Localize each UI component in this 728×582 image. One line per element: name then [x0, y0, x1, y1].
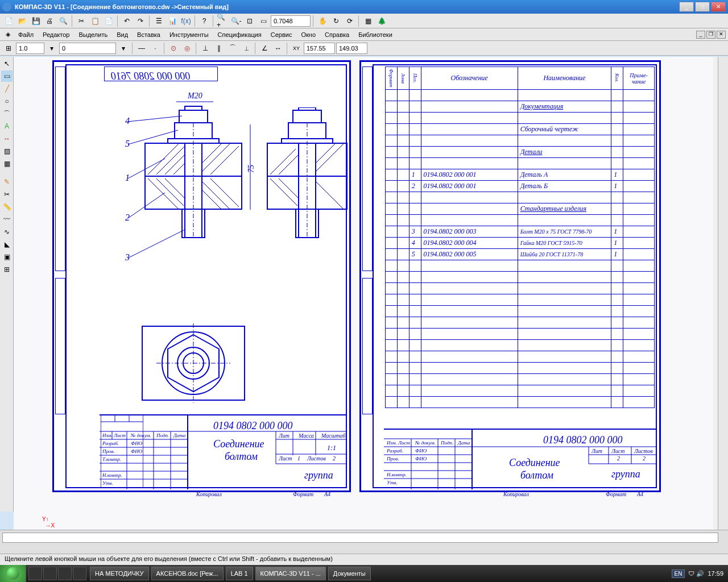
menu-help[interactable]: Справка — [320, 30, 354, 39]
tree-button[interactable]: 🌲 — [375, 15, 388, 27]
menu-spec[interactable]: Спецификация — [213, 30, 266, 39]
prop-button[interactable]: ☰ — [152, 15, 165, 27]
point-button[interactable]: · — [149, 42, 162, 55]
task-1[interactable]: НА МЕТОДИЧКУ — [90, 567, 149, 580]
cut-button[interactable]: ✂ — [75, 15, 88, 27]
vertical-scrollbar[interactable] — [718, 57, 728, 531]
vars-button[interactable]: 📊 — [166, 15, 179, 27]
zoom-input[interactable] — [271, 15, 311, 27]
open-button[interactable]: 📂 — [16, 15, 28, 27]
zoom-window-button[interactable]: ▭ — [257, 15, 270, 27]
mdi-restore[interactable]: ❐ — [706, 31, 715, 39]
undo-button[interactable]: ↶ — [121, 15, 133, 27]
rotate-button[interactable]: ↻ — [330, 15, 342, 27]
ortho-button[interactable]: ⊥ — [199, 42, 212, 55]
lang-indicator[interactable]: EN — [672, 569, 685, 578]
canvas-area[interactable]: 000 000 2080 7610 — [14, 57, 718, 531]
redo-button[interactable]: ↷ — [134, 15, 147, 27]
array-tool[interactable]: ⊞ — [1, 264, 13, 275]
svg-line-46 — [316, 181, 343, 209]
window-title: КОМПАС-3D V11 - [Соединение болтомготово… — [15, 3, 679, 10]
grid-snap-button[interactable]: ⊞ — [2, 42, 15, 55]
scale-input[interactable] — [16, 43, 44, 54]
mdi-minimize[interactable]: _ — [696, 31, 705, 39]
circle-tool[interactable]: ○ — [1, 95, 13, 107]
layer-input[interactable] — [59, 43, 116, 54]
measure-tool[interactable]: 📏 — [1, 201, 13, 213]
tray-icons[interactable]: 🛡 🔊 — [688, 570, 704, 577]
ql-4[interactable] — [73, 567, 86, 580]
menu-insert[interactable]: Вставка — [133, 30, 165, 39]
menu-tools[interactable]: Инструменты — [165, 30, 213, 39]
mdi-close[interactable]: ✕ — [717, 31, 726, 39]
menu-libs[interactable]: Библиотеки — [354, 30, 397, 39]
menu-editor[interactable]: Редактор — [38, 30, 74, 39]
ql-3[interactable] — [58, 567, 72, 580]
copy-button[interactable]: 📋 — [89, 15, 101, 27]
save-button[interactable]: 💾 — [30, 15, 42, 27]
zoom-fit-button[interactable]: ⊡ — [243, 15, 256, 27]
start-button[interactable] — [0, 565, 26, 582]
line-type-button[interactable]: — — [135, 42, 148, 55]
paste-button[interactable]: 📄 — [102, 15, 115, 27]
task-2[interactable]: АКСЕНОВ.doc [Реж... — [151, 567, 224, 580]
layers-button[interactable]: ▦ — [362, 15, 374, 27]
zoom-in-button[interactable]: 🔍+ — [216, 15, 229, 27]
status-text: Щелкните левой кнопкой мыши на объекте д… — [5, 555, 333, 562]
menu-service[interactable]: Сервис — [266, 30, 297, 39]
zoom-out-button[interactable]: 🔍- — [230, 15, 242, 27]
angle-button[interactable]: ∠ — [258, 42, 271, 55]
refresh-button[interactable]: ⟳ — [344, 15, 356, 27]
preview-button[interactable]: 🔍 — [57, 15, 69, 27]
hatch-tool[interactable]: ▨ — [1, 146, 13, 157]
menu-view[interactable]: Вид — [112, 30, 133, 39]
close-button[interactable]: ✕ — [711, 2, 726, 12]
ql-1[interactable] — [28, 567, 42, 580]
help-button[interactable]: ? — [198, 15, 210, 27]
ql-2[interactable] — [43, 567, 57, 580]
arrow-tool[interactable]: ↖ — [1, 58, 13, 69]
arc-tool[interactable]: ⌒ — [1, 108, 13, 119]
callout-5: 5 — [125, 139, 130, 149]
parallel-button[interactable]: ∥ — [213, 42, 225, 55]
tangent-button[interactable]: ⌒ — [226, 42, 239, 55]
axis-indicator: Y↑ →X — [42, 516, 55, 529]
clock[interactable]: 17:59 — [708, 570, 723, 577]
th-note: Приме- чание — [623, 67, 655, 90]
dim-tool[interactable]: ↔ — [1, 133, 13, 144]
menu-select[interactable]: Выделить — [74, 30, 112, 39]
sysmenu-icon[interactable]: ◈ — [2, 30, 14, 40]
coord-y-input[interactable] — [336, 43, 367, 54]
snap-mid-button[interactable]: ◎ — [181, 42, 193, 55]
dropdown-2[interactable]: ▾ — [117, 42, 130, 55]
chamfer-tool[interactable]: ◣ — [1, 239, 13, 250]
drawing-sheet-2[interactable]: Формат Зона Поз. Обозначение Наименовани… — [359, 60, 661, 492]
drawing-sheet-1[interactable]: 000 000 2080 7610 — [52, 60, 351, 492]
minimize-button[interactable]: _ — [679, 2, 694, 12]
dropdown-1[interactable]: ▾ — [46, 42, 58, 55]
trim-tool[interactable]: ✂ — [1, 189, 13, 200]
pan-button[interactable]: ✋ — [316, 15, 329, 27]
fx-button[interactable]: f(x) — [180, 15, 192, 27]
task-4[interactable]: КОМПАС-3D V11 - ... — [255, 567, 326, 580]
spline-tool[interactable]: ∿ — [1, 226, 13, 238]
snap-end-button[interactable]: ⊙ — [167, 42, 180, 55]
menu-window[interactable]: Окно — [296, 30, 320, 39]
dim-button[interactable]: ↔ — [272, 42, 284, 55]
task-5[interactable]: Документы — [328, 567, 371, 580]
task-3[interactable]: LAB 1 — [226, 567, 253, 580]
block-tool[interactable]: ▣ — [1, 251, 13, 263]
select-tool[interactable]: ▭ — [1, 70, 13, 82]
line-tool[interactable]: ╱ — [1, 83, 13, 94]
table-tool[interactable]: ▦ — [1, 158, 13, 169]
coord-x-input[interactable] — [304, 43, 335, 54]
new-button[interactable]: 📄 — [2, 15, 15, 27]
menu-file[interactable]: Файл — [14, 30, 38, 39]
text-tool[interactable]: A — [1, 120, 13, 132]
command-input[interactable] — [2, 533, 718, 543]
maximize-button[interactable]: □ — [695, 2, 710, 12]
perp-button[interactable]: ⟂ — [240, 42, 253, 55]
edit-tool[interactable]: ✎ — [1, 176, 13, 188]
print-button[interactable]: 🖨 — [43, 15, 56, 27]
curve-tool[interactable]: 〰 — [1, 214, 13, 225]
